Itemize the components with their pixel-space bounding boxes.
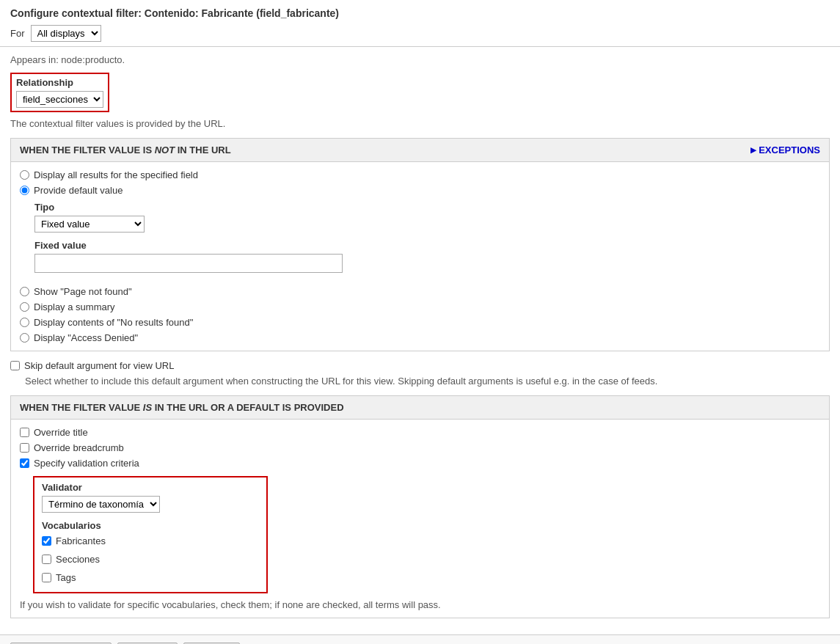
override-title-row[interactable]: Override title: [20, 427, 820, 438]
exceptions-link[interactable]: EXCEPTIONS: [750, 144, 820, 155]
validator-box: Validator Término de taxonomíaNoneNumeri…: [33, 476, 268, 593]
tipo-section: Tipo Fixed valuePHP CodeRaw value from U…: [34, 202, 820, 280]
section-is-in-url-header: WHEN THE FILTER VALUE IS IN THE URL OR A…: [11, 396, 829, 420]
radio-display-summary-label: Display a summary: [34, 301, 115, 312]
relationship-box: Relationship field_seccionesNone: [10, 73, 109, 112]
override-breadcrumb-checkbox[interactable]: [20, 443, 29, 453]
specify-validation-label: Specify validation criteria: [34, 458, 139, 469]
section-is-in-url-title: WHEN THE FILTER VALUE IS IN THE URL OR A…: [20, 402, 344, 413]
override-breadcrumb-row[interactable]: Override breadcrumb: [20, 442, 820, 453]
vocab-tags[interactable]: Tags: [42, 572, 259, 583]
override-title-checkbox[interactable]: [20, 428, 29, 437]
skip-row[interactable]: Skip default argument for view URL: [10, 360, 830, 371]
skip-checkbox[interactable]: [10, 361, 20, 370]
appears-in: Appears in: node:producto.: [10, 54, 830, 65]
radio-display-all[interactable]: Display all results for the specified fi…: [20, 169, 820, 180]
vocab-secciones-checkbox[interactable]: [42, 555, 51, 564]
for-label: For: [10, 28, 25, 39]
validator-label: Validator: [42, 482, 259, 493]
section-not-in-url-title: WHEN THE FILTER VALUE IS NOT IN THE URL: [20, 144, 231, 155]
override-title-label: Override title: [34, 427, 88, 438]
section-not-in-url: WHEN THE FILTER VALUE IS NOT IN THE URL …: [10, 138, 830, 351]
vocabularios-label: Vocabularios: [42, 520, 259, 531]
fixed-value-input[interactable]: [34, 254, 343, 273]
radio-access-denied-input[interactable]: [20, 333, 29, 343]
radio-access-denied[interactable]: Display "Access Denied": [20, 332, 820, 343]
section-is-in-url-body: Override title Override breadcrumb Speci…: [11, 420, 829, 618]
radio-display-all-label: Display all results for the specified fi…: [34, 169, 198, 180]
vocab-fabricantes[interactable]: Fabricantes: [42, 535, 259, 546]
radio-page-not-found[interactable]: Show "Page not found": [20, 286, 820, 297]
for-select[interactable]: All displaysPageBlock: [31, 25, 101, 42]
page-title: Configure contextual filter: Contenido: …: [10, 7, 830, 19]
radio-display-all-input[interactable]: [20, 170, 29, 180]
vocab-fabricantes-label: Fabricantes: [56, 535, 106, 546]
relationship-label: Relationship: [16, 77, 103, 88]
radio-page-not-found-label: Show "Page not found": [34, 286, 132, 297]
override-breadcrumb-label: Override breadcrumb: [34, 442, 124, 453]
page-header: Configure contextual filter: Contenido: …: [0, 0, 840, 47]
vocab-hint: If you wish to validate for specific voc…: [20, 599, 820, 610]
radio-page-not-found-input[interactable]: [20, 287, 29, 296]
skip-row-wrapper: Skip default argument for view URL Selec…: [10, 360, 830, 387]
radio-provide-default-input[interactable]: [20, 186, 29, 195]
specify-validation-checkbox[interactable]: [20, 458, 29, 468]
radio-access-denied-label: Display "Access Denied": [34, 332, 138, 343]
section-is-in-url: WHEN THE FILTER VALUE IS IN THE URL OR A…: [10, 395, 830, 618]
vocab-tags-checkbox[interactable]: [42, 573, 51, 582]
radio-no-results[interactable]: Display contents of "No results found": [20, 317, 820, 328]
extra-radio-group: Show "Page not found" Display a summary …: [20, 286, 820, 343]
section-not-in-url-header: WHEN THE FILTER VALUE IS NOT IN THE URL …: [11, 139, 829, 162]
vocab-tags-label: Tags: [56, 572, 76, 583]
tipo-row: Tipo Fixed valuePHP CodeRaw value from U…: [34, 202, 820, 233]
fixed-value-label: Fixed value: [34, 240, 820, 251]
vocab-secciones-label: Secciones: [56, 554, 100, 565]
validator-select[interactable]: Término de taxonomíaNoneNumericPHP Code: [42, 496, 160, 513]
section-not-in-url-body: Display all results for the specified fi…: [11, 162, 829, 351]
footer-bar: Apply (all displays) Cancelar Eliminar: [0, 634, 840, 644]
radio-no-results-input[interactable]: [20, 318, 29, 327]
skip-description: Select whether to include this default a…: [25, 376, 830, 387]
tipo-select[interactable]: Fixed valuePHP CodeRaw value from URL: [34, 216, 145, 233]
radio-display-summary-input[interactable]: [20, 302, 29, 312]
tipo-label: Tipo: [34, 202, 820, 213]
radio-provide-default-label: Provide default value: [34, 185, 123, 196]
vocab-secciones[interactable]: Secciones: [42, 554, 259, 565]
skip-label: Skip default argument for view URL: [24, 360, 174, 371]
vocab-fabricantes-checkbox[interactable]: [42, 536, 51, 546]
relationship-select[interactable]: field_seccionesNone: [16, 91, 103, 108]
specify-validation-row[interactable]: Specify validation criteria: [20, 458, 820, 469]
main-content: Appears in: node:producto. Relationship …: [0, 47, 840, 634]
radio-display-summary[interactable]: Display a summary: [20, 301, 820, 312]
not-in-url-radio-group: Display all results for the specified fi…: [20, 169, 820, 196]
contextual-hint: The contextual filter values is provided…: [10, 118, 830, 129]
vocab-items: Fabricantes Secciones Tags: [42, 535, 259, 588]
radio-provide-default[interactable]: Provide default value: [20, 185, 820, 196]
radio-no-results-label: Display contents of "No results found": [34, 317, 193, 328]
